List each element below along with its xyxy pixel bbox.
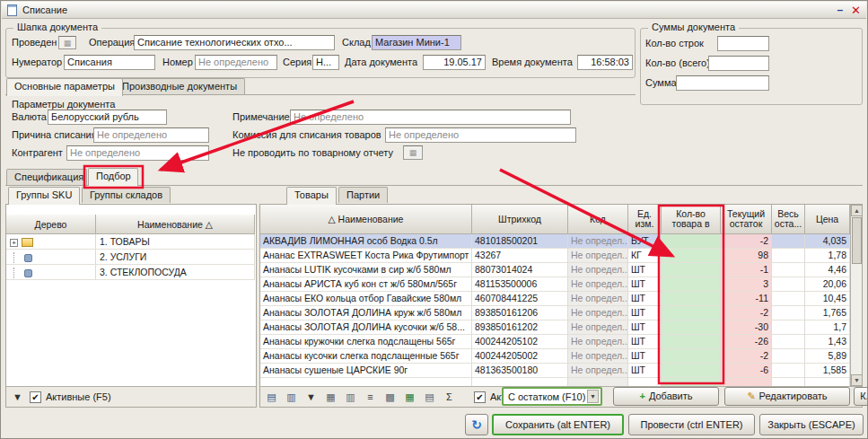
edit-button[interactable]: ✎Редактировать — [724, 387, 850, 406]
sort-up-icon: △ — [329, 214, 336, 224]
document-time-field[interactable]: 16:58:03 — [577, 55, 633, 70]
table-row[interactable]: Ананасы ЗОЛОТАЯ ДОЛИНА кусочки ж/б 58...… — [260, 320, 850, 335]
warehouse-field[interactable]: Магазин Мини-1 — [372, 35, 461, 50]
close-icon[interactable]: ✕ — [851, 4, 861, 17]
writeoff-reason-label: Причина списания — [12, 127, 97, 143]
table-row[interactable]: Ананасы сушеные ЦАРСКИЕ 90г 481363500180… — [260, 364, 850, 378]
rows-count-field[interactable] — [717, 36, 769, 51]
goods-table-rows: АКВАДИВ ЛИМОННАЯ особ Водка 0.5л 4810185… — [260, 234, 850, 386]
scrollbar-thumb[interactable] — [852, 217, 862, 264]
more-button[interactable]: К... — [854, 387, 868, 406]
filter-icon[interactable]: ▼ — [10, 390, 25, 405]
qty-input-cell[interactable] — [662, 234, 721, 249]
currency-field[interactable]: Белорусский рубль — [48, 110, 167, 125]
operation-field[interactable]: Списание технологических отхо... — [134, 35, 335, 50]
active-f5-checkbox[interactable]: ✔ — [30, 391, 41, 403]
goods-table-scrollbar[interactable]: ▲ ▼ — [850, 205, 862, 386]
table-row[interactable]: АКВАДИВ ЛИМОННАЯ особ Водка 0.5л 4810185… — [260, 234, 850, 249]
column-header-goods-name[interactable]: △ Наименование — [260, 205, 472, 234]
filter-icon[interactable]: ▼ — [303, 390, 319, 405]
qty-input-cell[interactable] — [662, 306, 721, 320]
tab-batches[interactable]: Партии — [338, 187, 388, 203]
column-header-current-balance[interactable]: Текущийостаток — [721, 205, 772, 234]
document-date-field[interactable]: 19.05.17 — [423, 55, 486, 70]
writeoff-reason-field[interactable]: Не определено — [93, 127, 209, 143]
numerator-field[interactable]: Списания — [64, 55, 155, 70]
scroll-up-icon[interactable]: ▲ — [851, 205, 863, 216]
column-header-total-balance[interactable]: Весьоста... — [772, 205, 805, 234]
table-row[interactable]: Ананасы LUTIK кусочками в сир ж/б 580мл … — [260, 263, 850, 277]
columns-icon[interactable]: ▦ — [323, 390, 338, 405]
tab-sku-groups[interactable]: Группы SKU — [8, 187, 80, 205]
table-row[interactable]: Ананасы кружочки слегка подслащены 565г … — [260, 335, 850, 349]
qty-input-cell[interactable] — [662, 335, 721, 349]
qty-input-cell[interactable] — [662, 277, 721, 292]
table-row[interactable]: Ананасы кусочки слегка подслащенные 565г… — [260, 349, 850, 364]
numbering-icon[interactable]: ▥ — [343, 390, 358, 405]
commission-label: Комиссия для списания товаров — [232, 127, 381, 143]
table-row[interactable]: Ананасы ЗОЛОТАЯ ДОЛИНА круж ж/б 580мл 89… — [260, 306, 850, 320]
list-icon[interactable]: ≡ — [363, 390, 378, 405]
tab-specification[interactable]: Спецификация — [6, 169, 87, 185]
series-field[interactable]: Н... — [312, 55, 339, 70]
tree-row[interactable]: 2. УСЛУГИ — [6, 250, 255, 265]
table-row[interactable]: Ананасы АРИСТА куб кон ст ж/б 580мл/565г… — [260, 277, 850, 292]
column-header-qty[interactable]: Кол-вотовара в — [662, 205, 721, 234]
tab-podbor[interactable]: Подбор — [88, 168, 138, 186]
qty-input-cell[interactable] — [662, 320, 721, 335]
close-button[interactable]: Закрыть (ESCAPE) — [759, 414, 864, 435]
total-qty-field[interactable] — [708, 56, 769, 71]
contragent-field[interactable]: Не определено — [66, 145, 209, 161]
qty-input-cell[interactable] — [662, 364, 721, 378]
copy-icon[interactable]: ▤ — [264, 390, 279, 405]
active-f5-label: Активные (F5) — [46, 391, 111, 402]
add-button[interactable]: +Добавить — [613, 387, 719, 406]
grid-icon[interactable]: ▩ — [382, 390, 398, 405]
commission-field[interactable]: Не определено — [385, 127, 576, 143]
post-button[interactable]: Провести (ctrl ENTER) — [628, 414, 755, 435]
table-row[interactable]: Ананасы ЕКО кольца отбор Гавайские 580мл… — [260, 292, 850, 306]
print-icon[interactable]: ▤ — [422, 390, 437, 405]
column-header-code[interactable]: Код — [568, 205, 628, 234]
titlebar: Списание – ✕ — [2, 2, 866, 19]
tab-main-parameters[interactable]: Основные параметры — [6, 78, 123, 96]
column-header-name[interactable]: Наименование△ — [96, 215, 255, 234]
active-checkbox[interactable]: ✔ — [474, 391, 486, 403]
sku-table-header: Дерево Наименование△ — [6, 215, 255, 234]
stock-filter-combo[interactable]: С остатком (F10) ▼ — [502, 387, 602, 406]
contragent-label: Контрагент — [12, 145, 63, 161]
minimize-icon[interactable]: – — [837, 4, 843, 16]
paste-icon[interactable]: ▥ — [284, 390, 299, 405]
no-goods-report-label: Не проводить по товарному отчету — [232, 145, 393, 161]
qty-input-cell[interactable] — [662, 349, 721, 364]
sum-field[interactable] — [676, 75, 769, 91]
tab-derived-documents[interactable]: Производные документы — [114, 78, 245, 94]
tree-row[interactable]: + 1. ТОВАРЫ — [6, 234, 255, 250]
tree-row[interactable]: 3. СТЕКЛОПОСУДА — [6, 265, 255, 280]
column-header-unit[interactable]: Ед.изм. — [628, 205, 662, 234]
column-header-tree[interactable]: Дерево — [6, 215, 96, 234]
qty-input-cell[interactable] — [662, 263, 721, 277]
proveden-checkbox[interactable]: ▦ — [58, 36, 76, 49]
refresh-button[interactable]: ↻ — [465, 414, 488, 435]
image-placeholder-icon: ▦ — [409, 148, 417, 157]
tree-branch-icon — [13, 268, 22, 278]
qty-input-cell[interactable] — [662, 292, 721, 306]
number-field[interactable]: Не определено — [195, 55, 277, 70]
image-placeholder-icon: ▦ — [64, 39, 72, 48]
excel-export-icon[interactable]: ▦ — [402, 390, 417, 405]
save-button[interactable]: Сохранить (alt ENTER) — [492, 414, 624, 435]
no-goods-report-checkbox[interactable]: ▦ — [403, 145, 423, 160]
table-row[interactable] — [260, 378, 850, 386]
qty-input-cell[interactable] — [662, 249, 721, 263]
sum-icon[interactable]: Σ — [442, 390, 457, 405]
tab-warehouse-groups[interactable]: Группы складов — [82, 187, 171, 203]
scroll-down-icon[interactable]: ▼ — [851, 374, 863, 386]
column-header-barcode[interactable]: Штрихкод — [472, 205, 568, 234]
note-field[interactable]: Не определено — [290, 110, 571, 125]
tab-goods[interactable]: Товары — [286, 187, 337, 205]
column-header-price[interactable]: Цена — [805, 205, 850, 234]
qty-input-cell[interactable] — [662, 378, 721, 386]
tree-expand-icon[interactable]: + — [10, 239, 18, 247]
table-row[interactable]: Ананас EXTRASWEET Коста Рика Фрутимпорт … — [260, 249, 850, 263]
